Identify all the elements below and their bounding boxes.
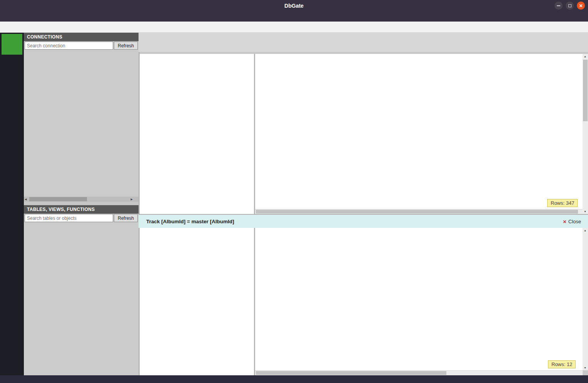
connections-refresh-button[interactable]: Refresh	[114, 42, 138, 50]
connections-search-row: Refresh	[24, 41, 139, 50]
connections-view-button[interactable]	[2, 34, 22, 55]
tab-bar	[139, 33, 588, 52]
album-row-count-badge: Rows: 347	[547, 199, 578, 207]
reference-title: Track [AlbumId] = master [AlbumId]	[146, 219, 234, 224]
titlebar: DbGate	[0, 0, 588, 12]
window-title: DbGate	[284, 3, 304, 9]
minimize-button[interactable]	[555, 2, 563, 10]
activity-bar	[0, 33, 24, 375]
album-grid-hscrollbar[interactable]	[255, 209, 583, 214]
menubar	[0, 12, 588, 22]
tables-header: TABLES, VIEWS, FUNCTIONS	[24, 205, 139, 214]
tables-search-input[interactable]	[25, 214, 113, 222]
track-data-grid	[255, 228, 583, 370]
tables-list	[24, 222, 139, 375]
album-data-grid	[255, 54, 583, 209]
connections-list	[24, 50, 139, 197]
track-grid-hscrollbar[interactable]	[255, 370, 583, 375]
close-button[interactable]	[577, 2, 585, 10]
status-bar	[0, 375, 588, 383]
left-sidebar: CONNECTIONS Refresh ◀ ▶ TABLES, VIEWS, F…	[24, 33, 139, 375]
dbgate-window: DbGate CONNECTIONS Refresh ◀ ▶ TABLES, V…	[0, 0, 588, 383]
close-icon: ×	[563, 218, 566, 225]
reference-bar: Track [AlbumId] = master [AlbumId] × Clo…	[139, 214, 588, 228]
connections-search-input[interactable]	[25, 42, 113, 50]
files-view-button[interactable]	[2, 63, 22, 80]
track-grid-vscrollbar[interactable]: ▲ ▼	[583, 228, 588, 370]
tables-refresh-button[interactable]: Refresh	[114, 214, 138, 222]
connections-header: CONNECTIONS	[24, 33, 139, 41]
connections-hscrollbar[interactable]: ◀ ▶	[24, 197, 139, 202]
album-columns-panel	[140, 54, 255, 214]
track-columns-panel	[140, 228, 255, 375]
album-grid-vscrollbar[interactable]: ▲ ▼	[583, 54, 588, 214]
tables-search-row: Refresh	[24, 214, 139, 222]
track-row-count-badge: Rows: 12	[548, 360, 576, 368]
toolbar	[0, 22, 588, 33]
window-controls	[555, 2, 585, 10]
maximize-button[interactable]	[566, 2, 574, 10]
close-reference-button[interactable]: × Close	[563, 218, 581, 225]
